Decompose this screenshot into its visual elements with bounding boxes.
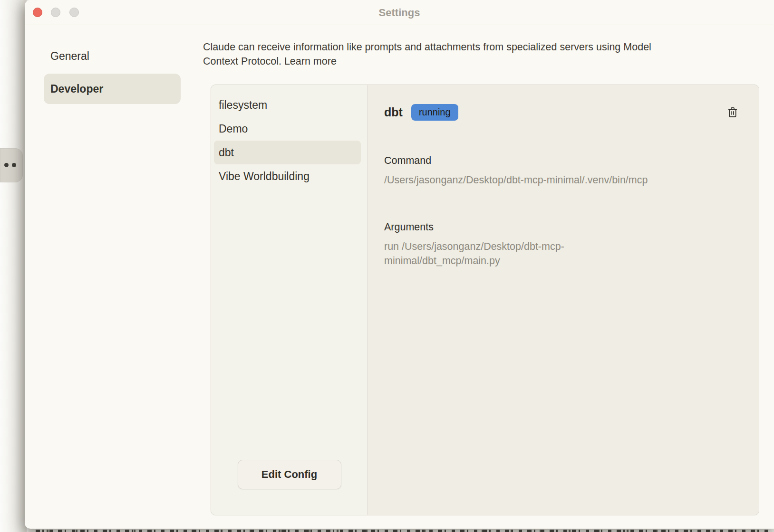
status-badge: running — [411, 104, 458, 121]
mcp-description: Claude can receive information like prom… — [203, 40, 683, 68]
arguments-label: Arguments — [384, 221, 737, 233]
server-item-vibe-worldbuilding[interactable]: Vibe Worldbuilding — [214, 164, 361, 188]
edit-config-button[interactable]: Edit Config — [238, 460, 341, 489]
collapsed-sidebar-tab[interactable] — [0, 148, 23, 182]
window-title: Settings — [25, 0, 774, 25]
server-item-demo[interactable]: Demo — [214, 117, 361, 141]
command-label: Command — [384, 155, 737, 167]
server-item-filesystem[interactable]: filesystem — [214, 93, 361, 117]
learn-more-link[interactable]: Learn more — [284, 56, 337, 67]
desktop-background — [0, 0, 27, 532]
server-item-dbt[interactable]: dbt — [214, 141, 361, 164]
description-text: Claude can receive information like prom… — [203, 41, 651, 67]
server-detail-header: dbt running — [384, 104, 737, 121]
server-name: dbt — [384, 105, 403, 119]
server-detail: dbt running Command /U — [368, 85, 759, 515]
delete-server-button[interactable] — [726, 105, 740, 120]
arguments-value: run /Users/jasonganz/Desktop/dbt-mcp-min… — [384, 239, 622, 268]
trash-icon — [726, 106, 739, 119]
mcp-servers-panel: filesystem Demo dbt Vibe Worldbuilding E… — [211, 85, 759, 515]
server-list: filesystem Demo dbt Vibe Worldbuilding E… — [211, 85, 368, 515]
drag-dots-icon — [4, 163, 16, 167]
command-value: /Users/jasonganz/Desktop/dbt-mcp-minimal… — [384, 173, 737, 187]
sidebar-item-developer[interactable]: Developer — [44, 74, 181, 104]
titlebar: Settings — [25, 0, 774, 25]
settings-window: Settings General Developer Claude can re… — [25, 0, 774, 529]
sidebar-item-general[interactable]: General — [50, 50, 89, 63]
